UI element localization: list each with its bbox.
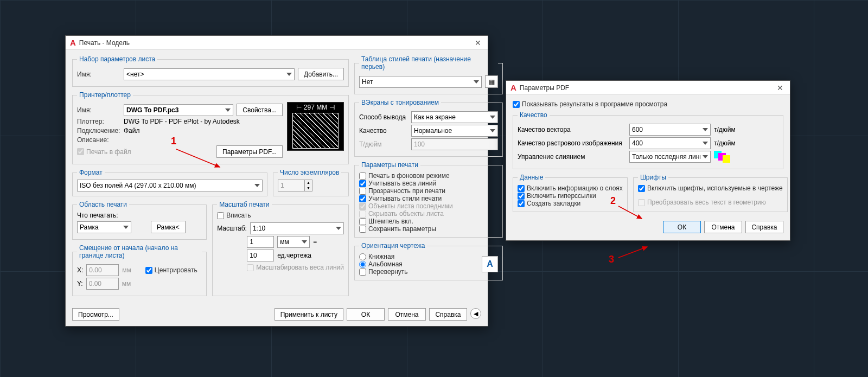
show-results-check[interactable]: Показывать результаты в программе просмо… — [513, 100, 783, 108]
vector-quality-select[interactable]: 600 — [629, 124, 711, 136]
shaded-group: ВЭкраны с тонированием Способ выводаКак … — [354, 99, 503, 157]
plotstyles-check[interactable]: Учитывать стили печати — [359, 195, 498, 202]
scale-unit-select[interactable]: мм — [277, 236, 310, 248]
annotation-3: 3 — [609, 254, 614, 265]
dialog-title: Параметры PDF — [520, 84, 775, 92]
annotation-2: 2 — [610, 195, 616, 207]
plot-area-group: Область печати Что печатать: Рамка Рамка… — [72, 201, 207, 240]
cancel-button[interactable]: Отмена — [388, 308, 426, 321]
flip-check[interactable]: Перевернуть — [359, 268, 477, 276]
plot-style-select[interactable]: Нет — [359, 76, 482, 88]
scale-select[interactable]: 1:10 — [250, 222, 344, 234]
printer-group: Принтер/плоттер Имя: DWG To PDF.pc3 Свой… — [72, 91, 349, 164]
merge-select[interactable]: Только последняя линия — [629, 151, 711, 163]
layers-check[interactable]: Включить информацию о слоях — [518, 184, 623, 192]
portrait-radio[interactable]: Книжная — [359, 253, 477, 260]
orientation-icon: A — [482, 256, 498, 272]
center-check[interactable]: Центрировать — [145, 266, 197, 274]
copies-group: Число экземпляров ▲▼ — [273, 169, 349, 196]
raster-quality-select[interactable]: 400 — [629, 137, 711, 149]
landscape-radio[interactable]: Альбомная — [359, 260, 477, 268]
dpi-input — [411, 138, 498, 150]
app-logo-icon: A — [510, 83, 516, 92]
fonts-group: Шрифты Включить шрифты, используемые в ч… — [633, 174, 788, 212]
lineweight-check[interactable]: Учитывать веса линий — [359, 180, 498, 187]
page-setup-legend: Набор параметров листа — [77, 55, 157, 63]
merge-icon — [714, 151, 730, 163]
shade-method-select[interactable]: Как на экране — [411, 111, 498, 123]
plot-to-file-check: Печать в файл — [77, 148, 131, 156]
plot-styles-group: Таблица стилей печати (назначение перьев… — [354, 55, 503, 94]
pdf-options-dialog: A Параметры PDF ✕ Показывать результаты … — [506, 80, 790, 241]
pdf-options-button[interactable]: Параметры PDF... — [216, 145, 283, 158]
links-check[interactable]: Включить гиперссылки — [518, 192, 623, 200]
transparency-check[interactable]: Прозрачность при печати — [359, 187, 498, 195]
properties-button[interactable]: Свойства... — [237, 104, 283, 116]
window-button[interactable]: Рамка< — [151, 221, 186, 233]
titlebar[interactable]: A Параметры PDF ✕ — [506, 81, 790, 95]
copies-spinner[interactable]: ▲▼ — [278, 180, 344, 191]
scale-group: Масштаб печати Вписать Масштаб: 1:10 мм … — [212, 201, 349, 296]
help-button[interactable]: Справка — [429, 308, 467, 321]
plot-area-select[interactable]: Рамка — [77, 221, 131, 233]
offset-x-input[interactable] — [86, 264, 119, 276]
page-setup-group: Набор параметров листа Имя: <нет> Добави… — [72, 55, 349, 87]
collapse-icon[interactable]: ◀ — [470, 308, 481, 319]
cancel-button[interactable]: Отмена — [704, 221, 742, 233]
preview-button[interactable]: Просмотр... — [72, 308, 119, 321]
quality-group: Качество Качество вектора600т/дюйм Качес… — [513, 111, 783, 169]
text-to-geom-check: Преобразовать весь текст в геометрию — [638, 199, 783, 206]
page-setup-select[interactable]: <нет> — [124, 68, 295, 80]
stamp-check[interactable]: Штемпель вкл. — [359, 218, 498, 225]
titlebar[interactable]: A Печать - Модель ✕ — [66, 36, 488, 50]
app-logo-icon: A — [70, 38, 76, 47]
include-fonts-check[interactable]: Включить шрифты, используемые в чертеже — [638, 184, 783, 192]
format-group: Формат ISO без полей A4 (297.00 x 210.00… — [72, 169, 267, 196]
printer-select[interactable]: DWG To PDF.pc3 — [124, 104, 233, 116]
offset-group: Смещение от начала (начало на границе ли… — [72, 244, 207, 296]
scale-weights-check: Масштабировать веса линий — [247, 264, 344, 271]
ok-button[interactable]: ОК — [663, 221, 701, 233]
close-icon[interactable]: ✕ — [473, 39, 483, 47]
scale-num-input[interactable] — [247, 236, 274, 248]
paperspace-last-check: Объекты листа последними — [359, 202, 498, 210]
shade-quality-select[interactable]: Нормальное — [411, 125, 498, 137]
scale-den-input[interactable] — [247, 250, 274, 261]
print-dialog: A Печать - Модель ✕ Набор параметров лис… — [65, 35, 488, 327]
orientation-group: Ориентация чертежа Книжная Альбомная Пер… — [354, 242, 503, 280]
add-button[interactable]: Добавить... — [298, 68, 344, 80]
help-button[interactable]: Справка — [745, 221, 783, 233]
annotation-1: 1 — [171, 136, 176, 147]
dialog-title: Печать - Модель — [79, 39, 473, 47]
name-label: Имя: — [77, 71, 120, 78]
ok-button[interactable]: ОК — [347, 308, 385, 321]
plot-options-group: Параметры печати Печать в фоновом режиме… — [354, 161, 503, 238]
save-changes-check[interactable]: Сохранить параметры — [359, 225, 498, 233]
format-select[interactable]: ISO без полей A4 (297.00 x 210.00 мм) — [77, 180, 263, 191]
apply-button[interactable]: Применить к листу — [275, 308, 343, 321]
fit-check[interactable]: Вписать — [217, 212, 344, 219]
paper-preview: ⊢ 297 MM ⊣ — [287, 102, 344, 151]
offset-y-input[interactable] — [86, 278, 119, 290]
bg-check[interactable]: Печать в фоновом режиме — [359, 172, 498, 180]
plot-style-edit-button[interactable]: ▦ — [485, 75, 498, 88]
hide-objects-check: Скрывать объекты листа — [359, 210, 498, 218]
bookmarks-check[interactable]: Создать закладки — [518, 200, 623, 207]
close-icon[interactable]: ✕ — [775, 84, 786, 92]
